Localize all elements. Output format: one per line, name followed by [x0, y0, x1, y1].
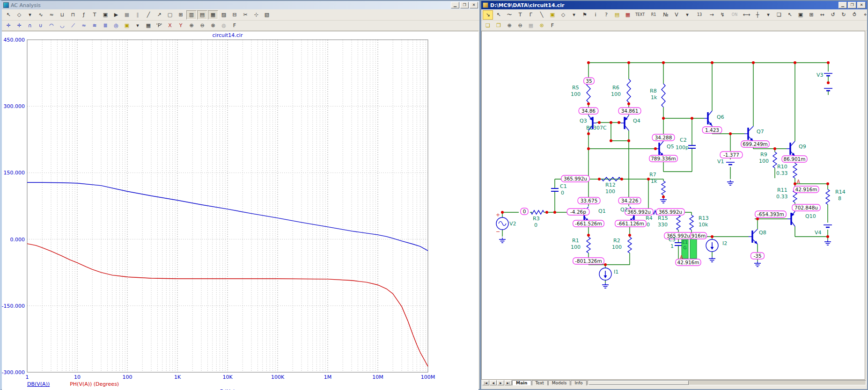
info-tool-icon[interactable]: i: [590, 10, 601, 20]
legend-item[interactable]: PH(V(A)) (Degrees): [70, 381, 119, 387]
part-label[interactable]: 100: [571, 244, 581, 250]
part-label[interactable]: Q9: [799, 144, 806, 150]
slope-cursor-icon[interactable]: ⟋: [68, 21, 78, 30]
paste-page-button-icon[interactable]: ❐: [493, 21, 504, 30]
page-nav-1-icon[interactable]: ◀: [490, 380, 497, 385]
part-label[interactable]: C1: [560, 183, 567, 189]
restore-button[interactable]: ❐: [848, 2, 856, 8]
line-tool-icon[interactable]: ╲: [537, 10, 547, 20]
current-direction-toggle-icon[interactable]: →: [706, 10, 717, 20]
tab-info[interactable]: Info: [571, 380, 586, 385]
properties-button-icon[interactable]: ▣: [100, 10, 110, 20]
part-label[interactable]: R3: [533, 216, 540, 222]
select-highlight-tool-icon[interactable]: ↘: [483, 10, 493, 20]
find-button-icon[interactable]: ⌖: [860, 10, 867, 20]
fit-horizontal-icon[interactable]: ⊔: [57, 10, 67, 20]
zoom-out-button-icon[interactable]: ⊖: [197, 21, 207, 30]
rotate-button-icon[interactable]: ⥀: [849, 10, 860, 20]
part-label[interactable]: 100: [759, 158, 769, 164]
text-tool-icon[interactable]: T: [89, 10, 100, 20]
part-label[interactable]: R6: [612, 85, 619, 91]
zoom-region-button-icon[interactable]: ⊗: [208, 21, 218, 30]
part-label[interactable]: V4: [815, 230, 822, 236]
x-scale-tag-icon[interactable]: X: [165, 21, 175, 30]
line-mode-icon[interactable]: ╱: [143, 10, 154, 20]
part-label[interactable]: V2: [509, 221, 516, 227]
rotate-cw-button-icon[interactable]: ↻: [839, 10, 849, 20]
part-label[interactable]: Q5: [667, 144, 674, 150]
properties-button-icon[interactable]: ▣: [795, 10, 806, 20]
peak-cursor-icon[interactable]: ∩: [25, 21, 35, 30]
high-cursor-icon[interactable]: ◠: [46, 21, 57, 30]
part-label[interactable]: C3: [669, 237, 676, 243]
stack-cursor-icon[interactable]: ≣: [100, 21, 110, 30]
tab-text[interactable]: Text: [532, 380, 548, 385]
part-label[interactable]: 100: [605, 188, 615, 195]
part-label[interactable]: Q10: [805, 213, 816, 219]
scrollbar-thumb[interactable]: [588, 381, 689, 385]
pause-button-icon[interactable]: ‖: [132, 10, 143, 20]
valley-cursor-icon[interactable]: ∪: [36, 21, 46, 30]
part-label[interactable]: R4: [646, 215, 653, 221]
shape-tool-icon[interactable]: ◇: [558, 10, 568, 20]
attribute-text-toggle-icon[interactable]: R1: [647, 10, 660, 20]
flip-x-button-icon[interactable]: ↔: [817, 10, 827, 20]
condition-toggle-icon[interactable]: ON: [728, 10, 741, 20]
part-label[interactable]: 1k: [651, 94, 657, 101]
component-tool-icon[interactable]: ▣: [547, 10, 558, 20]
horizontal-grid-toggle-icon[interactable]: ▤: [197, 10, 207, 20]
part-label[interactable]: 100p: [676, 144, 689, 151]
minimize-button[interactable]: ▁: [451, 2, 459, 8]
part-label[interactable]: R13: [699, 215, 709, 221]
page-nav-2-icon[interactable]: ▶: [497, 380, 504, 385]
power-toggle-icon[interactable]: ↯: [717, 10, 728, 20]
box-tool-icon[interactable]: ⊞: [806, 10, 817, 20]
help-mode-tool-icon[interactable]: ?: [601, 10, 611, 20]
part-label[interactable]: V3: [817, 72, 824, 78]
copy-page-button-icon[interactable]: ❏: [483, 21, 493, 30]
tracker-tool-icon[interactable]: ⊹: [251, 10, 261, 20]
tab-models[interactable]: Models: [548, 380, 571, 385]
part-label[interactable]: 0: [534, 222, 537, 228]
tag-dropdown-icon[interactable]: ▾: [132, 21, 143, 30]
select-tool-icon[interactable]: ↖: [3, 10, 14, 20]
part-label[interactable]: R5: [572, 85, 579, 91]
part-label[interactable]: R11: [777, 187, 787, 193]
part-label[interactable]: 0: [647, 222, 650, 228]
selected-component[interactable]: [690, 238, 697, 259]
dual-waveform-tool-icon[interactable]: ≈: [46, 10, 57, 20]
part-label[interactable]: V1: [717, 159, 724, 165]
text-tool-icon[interactable]: T: [515, 10, 525, 20]
vertical-grid-toggle-icon[interactable]: ▥: [186, 10, 197, 20]
grid-locked-button-icon[interactable]: ▦: [526, 21, 536, 30]
part-label[interactable]: BC307C: [586, 125, 607, 131]
schematic-titlebar[interactable]: D:\MC9\DATA\circuit14.cir ▁ ❐ ✕: [481, 1, 867, 9]
part-label[interactable]: 1: [670, 243, 674, 249]
node-numbers-toggle-icon[interactable]: №: [661, 10, 671, 20]
f-key-button-icon[interactable]: F: [547, 21, 558, 30]
part-label[interactable]: 0.33: [776, 170, 788, 176]
voltage-dropdown-icon[interactable]: ▾: [682, 10, 692, 20]
tag-tool-icon[interactable]: ▣: [122, 21, 132, 30]
part-label[interactable]: 0: [561, 190, 564, 196]
run-button-icon[interactable]: ▶: [111, 10, 121, 20]
rotate-ccw-button-icon[interactable]: ↺: [828, 10, 838, 20]
part-label[interactable]: I2: [722, 240, 727, 246]
part-label[interactable]: Q2: [620, 207, 628, 213]
component-tool-icon[interactable]: ◇: [14, 10, 24, 20]
close-button[interactable]: ✕: [470, 2, 478, 8]
baseline-toggle-icon[interactable]: ⊟: [229, 10, 240, 20]
part-label[interactable]: Q7: [757, 129, 764, 135]
component-dropdown-icon[interactable]: ▾: [25, 10, 35, 20]
flag-tool-icon[interactable]: ⚑: [580, 10, 590, 20]
cursor-left-icon[interactable]: ✛: [3, 21, 14, 30]
part-label[interactable]: I1: [614, 269, 618, 275]
node-voltages-toggle-icon[interactable]: V: [671, 10, 682, 20]
page-nav-0-icon[interactable]: |◀: [482, 380, 489, 385]
select-box-mode-icon[interactable]: ▢: [165, 10, 175, 20]
part-label[interactable]: Q8: [759, 230, 766, 236]
minimize-button[interactable]: ▁: [839, 2, 847, 8]
plot-area[interactable]: circuit14.cir450.000300.000150.0000.000-…: [2, 31, 478, 390]
part-label[interactable]: Q4: [633, 118, 640, 124]
p-key-button-icon[interactable]: 'P': [154, 21, 164, 30]
